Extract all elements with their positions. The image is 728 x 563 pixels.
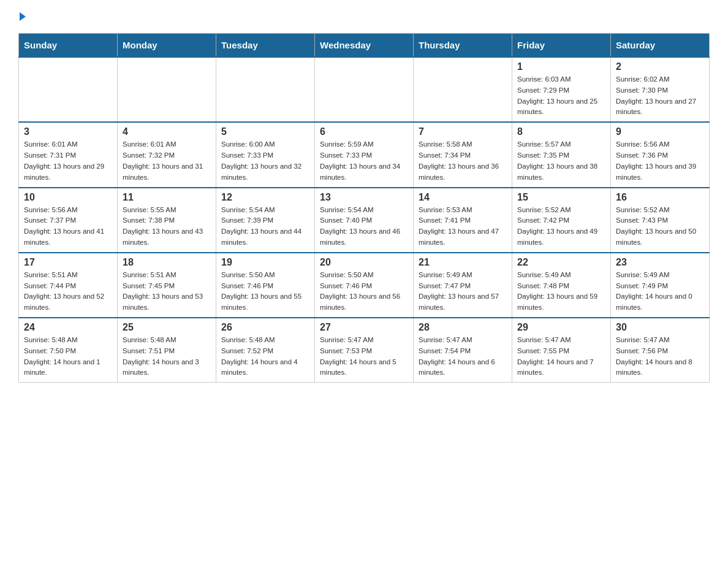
week-row-5: 24 Sunrise: 5:48 AMSunset: 7:50 PMDaylig… <box>19 318 710 383</box>
day-number: 14 <box>419 192 507 203</box>
table-cell: 12 Sunrise: 5:54 AMSunset: 7:39 PMDaylig… <box>216 188 315 253</box>
day-info-line: Sunrise: 5:51 AM <box>123 271 176 278</box>
col-friday: Friday <box>512 34 611 58</box>
table-cell: 27 Sunrise: 5:47 AMSunset: 7:53 PMDaylig… <box>315 318 414 383</box>
day-info-line: Sunset: 7:47 PM <box>419 282 471 289</box>
day-info-line: Daylight: 13 hours and 59 minutes. <box>517 293 597 311</box>
day-number: 9 <box>616 126 704 137</box>
day-info-line: Sunset: 7:46 PM <box>221 282 273 289</box>
day-info-line: Sunset: 7:36 PM <box>616 151 668 159</box>
table-cell: 20 Sunrise: 5:50 AMSunset: 7:46 PMDaylig… <box>315 253 414 318</box>
table-cell: 6 Sunrise: 5:59 AMSunset: 7:33 PMDayligh… <box>315 122 414 187</box>
table-cell: 22 Sunrise: 5:49 AMSunset: 7:48 PMDaylig… <box>512 253 611 318</box>
day-info-line: Daylight: 13 hours and 39 minutes. <box>616 163 696 181</box>
day-info-line: Sunrise: 6:01 AM <box>123 140 176 148</box>
day-info-line: Daylight: 14 hours and 6 minutes. <box>419 358 495 377</box>
day-number: 28 <box>419 322 507 333</box>
day-number: 27 <box>320 322 408 333</box>
day-info-line: Sunrise: 6:00 AM <box>221 140 275 148</box>
day-info-line: Daylight: 13 hours and 34 minutes. <box>320 163 400 181</box>
day-info: Sunrise: 5:52 AMSunset: 7:42 PMDaylight:… <box>517 205 605 248</box>
day-info-line: Sunrise: 5:52 AM <box>616 206 670 213</box>
day-info: Sunrise: 5:56 AMSunset: 7:37 PMDaylight:… <box>24 205 112 248</box>
day-number: 30 <box>616 322 704 333</box>
day-info: Sunrise: 5:54 AMSunset: 7:40 PMDaylight:… <box>320 205 408 248</box>
day-info-line: Sunrise: 5:47 AM <box>517 336 571 343</box>
day-info-line: Sunset: 7:53 PM <box>320 347 372 354</box>
day-info-line: Sunset: 7:54 PM <box>419 347 471 354</box>
col-saturday: Saturday <box>611 34 710 58</box>
table-cell: 19 Sunrise: 5:50 AMSunset: 7:46 PMDaylig… <box>216 253 315 318</box>
day-info: Sunrise: 5:53 AMSunset: 7:41 PMDaylight:… <box>419 205 507 248</box>
table-cell: 24 Sunrise: 5:48 AMSunset: 7:50 PMDaylig… <box>19 318 118 383</box>
day-info: Sunrise: 5:54 AMSunset: 7:39 PMDaylight:… <box>221 205 309 248</box>
day-info-line: Sunset: 7:35 PM <box>517 151 569 159</box>
day-info: Sunrise: 5:50 AMSunset: 7:46 PMDaylight:… <box>320 270 408 313</box>
day-number: 23 <box>616 257 704 268</box>
day-info-line: Sunrise: 6:02 AM <box>616 75 670 83</box>
col-sunday: Sunday <box>19 34 118 58</box>
day-info-line: Daylight: 13 hours and 49 minutes. <box>517 228 597 246</box>
day-number: 18 <box>123 257 211 268</box>
day-info: Sunrise: 6:03 AMSunset: 7:29 PMDaylight:… <box>517 74 605 118</box>
day-info: Sunrise: 5:47 AMSunset: 7:53 PMDaylight:… <box>320 335 408 378</box>
table-cell <box>315 57 414 122</box>
table-cell: 23 Sunrise: 5:49 AMSunset: 7:49 PMDaylig… <box>611 253 710 318</box>
day-info-line: Sunset: 7:46 PM <box>320 282 372 289</box>
week-row-3: 10 Sunrise: 5:56 AMSunset: 7:37 PMDaylig… <box>19 188 710 253</box>
day-info-line: Daylight: 13 hours and 46 minutes. <box>320 228 400 246</box>
day-info-line: Daylight: 13 hours and 55 minutes. <box>221 293 301 311</box>
table-cell: 18 Sunrise: 5:51 AMSunset: 7:45 PMDaylig… <box>118 253 216 318</box>
table-cell: 17 Sunrise: 5:51 AMSunset: 7:44 PMDaylig… <box>19 253 118 318</box>
day-number: 29 <box>517 322 605 333</box>
table-cell: 21 Sunrise: 5:49 AMSunset: 7:47 PMDaylig… <box>414 253 512 318</box>
day-number: 3 <box>24 126 112 137</box>
day-number: 12 <box>221 192 309 203</box>
day-info-line: Sunset: 7:56 PM <box>616 347 668 354</box>
day-info-line: Sunset: 7:33 PM <box>221 151 273 159</box>
day-info-line: Daylight: 14 hours and 8 minutes. <box>616 358 692 377</box>
col-monday: Monday <box>118 34 216 58</box>
day-number: 1 <box>517 61 605 72</box>
day-info-line: Sunset: 7:30 PM <box>616 86 668 94</box>
week-row-1: 1 Sunrise: 6:03 AMSunset: 7:29 PMDayligh… <box>19 57 710 122</box>
day-number: 10 <box>24 192 112 203</box>
day-info-line: Sunrise: 6:03 AM <box>517 75 571 83</box>
day-info-line: Sunset: 7:38 PM <box>123 216 175 224</box>
week-row-4: 17 Sunrise: 5:51 AMSunset: 7:44 PMDaylig… <box>19 253 710 318</box>
table-cell <box>414 57 512 122</box>
page-header <box>18 12 710 22</box>
calendar-table: Sunday Monday Tuesday Wednesday Thursday… <box>18 33 710 383</box>
day-info-line: Sunrise: 5:47 AM <box>419 336 472 343</box>
table-cell: 10 Sunrise: 5:56 AMSunset: 7:37 PMDaylig… <box>19 188 118 253</box>
day-info-line: Daylight: 13 hours and 53 minutes. <box>123 293 203 311</box>
day-info-line: Daylight: 13 hours and 36 minutes. <box>419 163 499 181</box>
day-number: 4 <box>123 126 211 137</box>
day-info-line: Daylight: 14 hours and 4 minutes. <box>221 358 298 377</box>
col-thursday: Thursday <box>414 34 512 58</box>
day-info: Sunrise: 6:02 AMSunset: 7:30 PMDaylight:… <box>616 74 704 118</box>
day-info: Sunrise: 5:47 AMSunset: 7:55 PMDaylight:… <box>517 335 605 378</box>
day-info-line: Daylight: 13 hours and 27 minutes. <box>616 98 696 116</box>
logo-general-text <box>18 12 26 22</box>
day-info: Sunrise: 5:55 AMSunset: 7:38 PMDaylight:… <box>123 205 211 248</box>
day-info-line: Sunrise: 5:54 AM <box>221 206 275 213</box>
table-cell: 3 Sunrise: 6:01 AMSunset: 7:31 PMDayligh… <box>19 122 118 187</box>
calendar-header-row: Sunday Monday Tuesday Wednesday Thursday… <box>19 34 710 58</box>
day-info-line: Sunset: 7:45 PM <box>123 282 175 289</box>
day-info-line: Sunset: 7:52 PM <box>221 347 273 354</box>
day-info-line: Sunset: 7:33 PM <box>320 151 372 159</box>
table-cell <box>216 57 315 122</box>
day-info: Sunrise: 5:59 AMSunset: 7:33 PMDaylight:… <box>320 139 408 183</box>
day-info-line: Sunrise: 5:56 AM <box>24 206 78 213</box>
day-info: Sunrise: 5:48 AMSunset: 7:52 PMDaylight:… <box>221 335 309 378</box>
day-info-line: Daylight: 13 hours and 29 minutes. <box>24 163 104 181</box>
day-info-line: Sunset: 7:41 PM <box>419 216 471 224</box>
day-info-line: Daylight: 14 hours and 7 minutes. <box>517 358 594 377</box>
day-number: 24 <box>24 322 112 333</box>
logo <box>18 12 26 22</box>
day-info: Sunrise: 5:50 AMSunset: 7:46 PMDaylight:… <box>221 270 309 313</box>
day-info-line: Sunrise: 5:50 AM <box>320 271 374 278</box>
day-info-line: Sunrise: 5:49 AM <box>517 271 571 278</box>
logo-arrow-icon <box>20 12 26 21</box>
